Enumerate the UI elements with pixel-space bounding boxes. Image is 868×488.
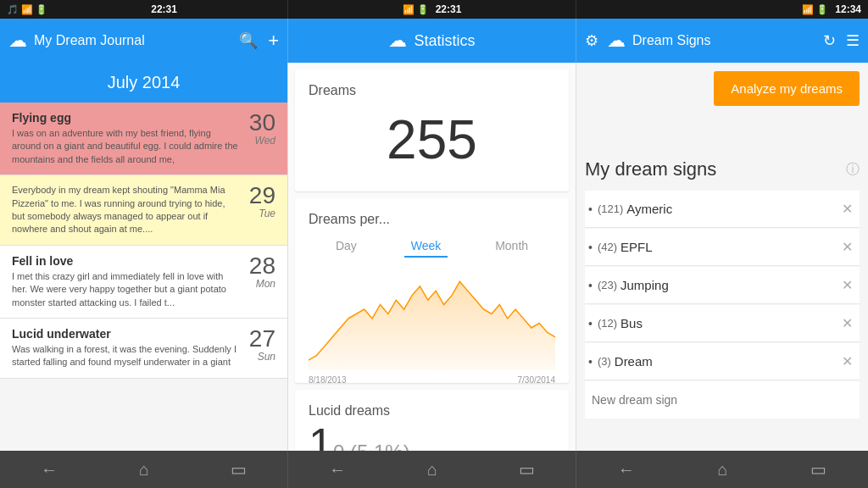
dream-title: Fell in love bbox=[12, 254, 241, 268]
home-icon-right[interactable]: ⌂ bbox=[717, 460, 727, 480]
lucid-label: Lucid dreams bbox=[309, 403, 555, 419]
sign-count: (3) bbox=[598, 355, 611, 368]
dream-title: Lucid underwater bbox=[12, 327, 241, 341]
nav-bar-journal: ☁ My Dream Journal 🔍 + bbox=[0, 19, 288, 63]
chart-dates: 8/18/2013 7/30/2014 bbox=[309, 375, 555, 385]
dream-day-num: 30 bbox=[249, 111, 275, 135]
dream-item[interactable]: Fell in love I met this crazy girl and i… bbox=[0, 246, 287, 319]
sign-name: EPFL bbox=[620, 240, 838, 254]
bottom-nav-right: ← ⌂ ▭ bbox=[576, 451, 868, 488]
refresh-icon[interactable]: ↻ bbox=[823, 31, 836, 50]
status-time-middle: 22:31 bbox=[436, 3, 462, 15]
sign-count: (121) bbox=[598, 202, 623, 215]
dream-text: Was walking in a forest, it was the even… bbox=[12, 343, 241, 369]
sign-remove-icon[interactable]: ✕ bbox=[838, 353, 856, 369]
lucid-number: 10 (5.1%) bbox=[309, 419, 555, 451]
dream-day-num: 29 bbox=[249, 184, 275, 208]
chart-date-start: 8/18/2013 bbox=[309, 375, 347, 385]
dream-item[interactable]: Everybody in my dream kept shouting "Mam… bbox=[0, 175, 287, 246]
dreams-chart bbox=[309, 268, 555, 369]
dream-content: Fell in love I met this crazy girl and i… bbox=[12, 254, 249, 309]
dreams-label: Dreams bbox=[309, 83, 555, 98]
dreams-count-section: Dreams 255 bbox=[295, 69, 569, 191]
sign-item: • (12) Bus ✕ bbox=[585, 305, 860, 342]
menu-icon[interactable]: ☰ bbox=[846, 31, 860, 50]
dream-content: Flying egg I was on an adventure with my… bbox=[12, 111, 249, 166]
back-icon-middle[interactable]: ← bbox=[329, 460, 346, 480]
dream-signs-nav-title: Dream Signs bbox=[632, 33, 813, 48]
chart-container: 8/18/2013 7/30/2014 bbox=[309, 268, 555, 369]
dreams-count: 255 bbox=[309, 102, 555, 178]
status-icons-right: 📶 🔋 bbox=[802, 4, 828, 15]
sign-dot: • bbox=[588, 317, 593, 330]
dream-title: Flying egg bbox=[12, 111, 241, 125]
tab-month[interactable]: Month bbox=[488, 236, 535, 258]
info-icon[interactable]: ⓘ bbox=[846, 161, 860, 179]
dream-signs-heading: My dream signs bbox=[585, 158, 846, 180]
sign-item: • (121) Aymeric ✕ bbox=[585, 191, 860, 228]
sign-name: Jumping bbox=[620, 278, 838, 292]
status-bar-middle: 📶 🔋 22:31 bbox=[288, 0, 576, 19]
dream-item[interactable]: Flying egg I was on an adventure with my… bbox=[0, 103, 287, 175]
lucid-section: Lucid dreams 10 (5.1%) bbox=[295, 390, 569, 451]
status-icons-left: 🎵 📶 🔋 bbox=[7, 4, 47, 15]
home-icon-left[interactable]: ⌂ bbox=[139, 460, 149, 480]
dream-text: I was on an adventure with my best frien… bbox=[12, 127, 241, 166]
recent-icon-right[interactable]: ▭ bbox=[810, 459, 826, 480]
nav-bar-dream-signs: ⚙ ☁ Dream Signs ↻ ☰ bbox=[576, 19, 868, 63]
status-bar-left: 🎵 📶 🔋 22:31 bbox=[0, 0, 288, 19]
dream-weekday: Sun bbox=[249, 351, 275, 363]
sign-remove-icon[interactable]: ✕ bbox=[838, 315, 856, 331]
dream-list: Flying egg I was on an adventure with my… bbox=[0, 103, 287, 451]
search-icon[interactable]: 🔍 bbox=[239, 31, 258, 50]
home-icon-middle[interactable]: ⌂ bbox=[427, 460, 437, 480]
status-icons-middle: 📶 🔋 bbox=[403, 4, 429, 15]
sign-dot: • bbox=[588, 355, 593, 369]
new-sign-row bbox=[585, 381, 860, 419]
dream-date: 29 Tue bbox=[249, 184, 275, 219]
right-cloud-icon: ☁ bbox=[607, 30, 626, 52]
dream-date: 27 Sun bbox=[249, 327, 275, 363]
chart-date-end: 7/30/2014 bbox=[518, 375, 556, 385]
tab-week[interactable]: Week bbox=[404, 236, 448, 258]
back-icon-left[interactable]: ← bbox=[41, 460, 58, 480]
recent-icon-middle[interactable]: ▭ bbox=[519, 459, 535, 480]
nav-bar-statistics: ☁ Statistics bbox=[288, 19, 576, 63]
sign-remove-icon[interactable]: ✕ bbox=[838, 201, 856, 217]
sign-dot: • bbox=[588, 202, 593, 216]
sign-count: (12) bbox=[598, 317, 617, 330]
new-sign-input[interactable] bbox=[585, 381, 860, 419]
dream-text: Everybody in my dream kept shouting "Mam… bbox=[12, 184, 241, 236]
period-tabs: Day Week Month bbox=[309, 236, 555, 258]
dream-date: 28 Mon bbox=[249, 254, 275, 290]
sign-name: Bus bbox=[620, 316, 838, 330]
bottom-nav-left: ← ⌂ ▭ bbox=[0, 451, 288, 488]
dream-item[interactable]: Lucid underwater Was walking in a forest… bbox=[0, 319, 287, 379]
journal-panel: July 2014 Flying egg I was on an adventu… bbox=[0, 63, 288, 451]
sign-name: Dream bbox=[615, 354, 838, 369]
dream-weekday: Mon bbox=[249, 278, 275, 290]
statistics-panel: Dreams 255 Dreams per... Day Week Month bbox=[288, 63, 576, 451]
sign-remove-icon[interactable]: ✕ bbox=[838, 277, 856, 293]
add-icon[interactable]: + bbox=[268, 30, 279, 52]
sign-remove-icon[interactable]: ✕ bbox=[838, 239, 856, 255]
journal-cloud-icon: ☁ bbox=[8, 30, 27, 52]
status-time-right: 12:34 bbox=[835, 3, 861, 15]
analyze-button[interactable]: Analyze my dreams bbox=[714, 71, 860, 106]
status-time-left: 22:31 bbox=[47, 3, 281, 15]
dreams-per-section: Dreams per... Day Week Month bbox=[295, 198, 569, 383]
month-header: July 2014 bbox=[0, 63, 287, 103]
signs-list: • (121) Aymeric ✕ • (42) EPFL ✕ • (23) J… bbox=[585, 191, 860, 380]
bottom-nav-middle: ← ⌂ ▭ bbox=[288, 451, 576, 488]
sign-item: • (23) Jumping ✕ bbox=[585, 267, 860, 304]
tab-day[interactable]: Day bbox=[329, 236, 364, 258]
sign-item: • (3) Dream ✕ bbox=[585, 343, 860, 380]
dream-signs-header: My dream signs ⓘ bbox=[585, 158, 860, 180]
recent-icon-left[interactable]: ▭ bbox=[231, 459, 247, 480]
sign-name: Aymeric bbox=[626, 202, 838, 216]
back-icon-right[interactable]: ← bbox=[618, 460, 635, 480]
dreams-per-label: Dreams per... bbox=[309, 212, 555, 227]
settings-icon[interactable]: ⚙ bbox=[585, 31, 598, 50]
sign-count: (42) bbox=[598, 241, 617, 253]
sign-dot: • bbox=[588, 241, 593, 254]
